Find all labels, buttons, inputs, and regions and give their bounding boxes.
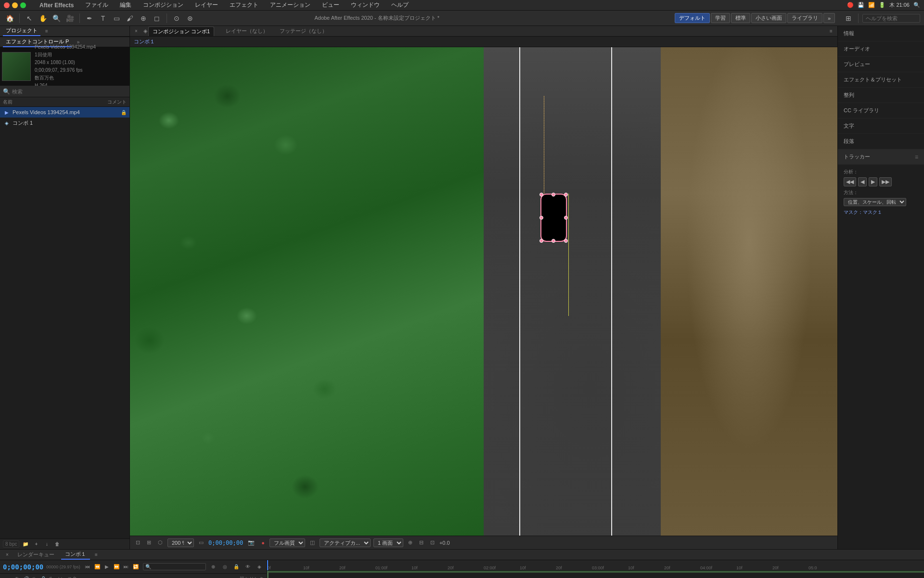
pixel-btn[interactable]: ⊡ [428, 539, 436, 547]
project-search-input[interactable] [12, 89, 127, 94]
display-btn[interactable]: ⊟ [417, 539, 425, 547]
menu-window[interactable]: ウィンドウ [349, 0, 382, 10]
timeline-search-input[interactable] [152, 564, 204, 569]
project-item-comp[interactable]: ◈ コンボ 1 [0, 118, 129, 128]
preset-more[interactable]: » [823, 13, 835, 23]
comp-tab-main[interactable]: コンポジション コンボ1 [148, 26, 214, 36]
menu-file[interactable]: ファイル [83, 0, 110, 10]
preset-standard[interactable]: 標準 [731, 13, 750, 23]
menu-edit[interactable]: 編集 [118, 0, 133, 10]
new-folder-btn[interactable]: 📁 [21, 540, 30, 549]
comp-fit-btn[interactable]: ▭ [197, 539, 205, 547]
info-panel-item[interactable]: 情報 [838, 26, 924, 41]
comp-grid-btn[interactable]: ⊞ [145, 539, 153, 547]
help-search-input[interactable] [862, 14, 920, 23]
tracker-back-btn[interactable]: ◀ [858, 177, 867, 186]
timeline-comp-tab[interactable]: コンボ１ [61, 550, 90, 560]
panel-menu-btn-left[interactable]: ≡ [43, 28, 50, 35]
type-tool[interactable]: T [97, 13, 109, 24]
home-button[interactable]: 🏠 [4, 13, 15, 24]
effects-presets-item[interactable]: エフェクト＆プリセット [838, 72, 924, 88]
new-layer-btn[interactable]: ⊕ [209, 563, 218, 571]
preset-library[interactable]: ライブラリ [787, 13, 822, 23]
record-btn[interactable]: ● [259, 539, 267, 547]
tracker-panel-item[interactable]: トラッカー ≡ [838, 149, 924, 165]
eraser-tool[interactable]: ◻ [151, 13, 163, 24]
comp-panel-menu[interactable]: ≡ [828, 28, 834, 35]
region-btn[interactable]: ⊕ [406, 539, 414, 547]
snap-btn[interactable]: 📷 [246, 539, 257, 547]
menu-help[interactable]: ヘルプ [389, 0, 411, 10]
clone-tool[interactable]: ⊕ [138, 13, 149, 24]
timeline-close-btn[interactable]: × [4, 552, 11, 558]
shape-tool[interactable]: ▭ [111, 13, 122, 24]
play-btn[interactable]: ▶ [103, 563, 111, 571]
skip-end-btn[interactable]: ⏭ [122, 563, 130, 571]
delete-item-btn[interactable]: 🗑 [53, 540, 62, 549]
comp-panel-close[interactable]: × [133, 28, 140, 35]
shy-btn[interactable]: 👁 [244, 563, 252, 571]
comp-view-select[interactable]: アクティブカ... [320, 539, 371, 547]
pen-tool[interactable]: ✒ [84, 13, 95, 24]
skip-start-btn[interactable]: ⏮ [83, 563, 92, 571]
render-queue-tab[interactable]: レンダーキュー [13, 550, 58, 559]
tracker-method-select[interactable]: 位置、スケール、回転 [844, 198, 906, 206]
comp-quality-select[interactable]: フル画質 [270, 539, 305, 547]
comp-zoom-select[interactable]: 200 % [167, 539, 194, 547]
mask-handle-tl[interactable] [539, 193, 543, 197]
tracker-fwd-btn[interactable]: ▶ [869, 177, 877, 186]
tracker-prev-btn[interactable]: ◀◀ [844, 177, 856, 186]
current-time-display[interactable]: 0;00;00;00 [3, 563, 43, 571]
menu-view[interactable]: ビュー [320, 0, 341, 10]
close-button[interactable] [4, 2, 10, 8]
menu-layer[interactable]: レイヤー [193, 0, 220, 10]
menu-animation[interactable]: アニメーション [268, 0, 312, 10]
hand-tool[interactable]: ✋ [37, 13, 49, 24]
project-item-video[interactable]: ▶ Pexels Videos 1394254.mp4 🔒 [0, 107, 129, 118]
new-comp-btn[interactable]: + [32, 540, 40, 549]
mask-handle-top[interactable] [552, 193, 555, 197]
mask-handle-left[interactable] [539, 216, 543, 220]
tracker-fwd-all-btn[interactable]: ▶▶ [879, 177, 892, 186]
breadcrumb-comp[interactable]: コンボ１ [134, 38, 155, 45]
minimize-button[interactable] [12, 2, 18, 8]
mask-handle-tr[interactable] [564, 193, 568, 197]
selection-tool[interactable]: ↖ [24, 13, 35, 24]
preset-small-screen[interactable]: 小さい画面 [751, 13, 786, 23]
step-back-btn[interactable]: ⏪ [93, 563, 102, 571]
camera-tool[interactable]: 🎥 [64, 13, 76, 24]
brush-tool[interactable]: 🖌 [124, 13, 136, 24]
zoom-tool[interactable]: 🔍 [51, 13, 62, 24]
mask-handle-br[interactable] [564, 239, 568, 243]
timeline-panel-menu[interactable]: ≡ [93, 552, 100, 558]
comp-reset-btn[interactable]: ⊡ [134, 539, 142, 547]
preview-panel-item[interactable]: プレビュー [838, 57, 924, 72]
import-btn[interactable]: ↓ [42, 540, 51, 549]
menu-effect[interactable]: エフェクト [228, 0, 260, 10]
character-panel-item[interactable]: 文字 [838, 118, 924, 134]
grid-view-btn[interactable]: ⊞ [843, 13, 854, 24]
lock-btn[interactable]: 🔒 [232, 563, 241, 571]
preset-learning[interactable]: 学習 [711, 13, 730, 23]
timeline-playhead[interactable] [267, 560, 268, 570]
menu-composition[interactable]: コンポジション [141, 0, 185, 10]
alpha-btn[interactable]: ◫ [308, 539, 317, 547]
cc-library-item[interactable]: CC ライブラリ [838, 103, 924, 118]
comp-mask-btn[interactable]: ⬡ [156, 539, 165, 547]
quality-btn[interactable]: ◈ [255, 563, 264, 571]
roto-tool[interactable]: ⊙ [171, 13, 182, 24]
step-fwd-btn[interactable]: ⏩ [112, 563, 121, 571]
solo-btn[interactable]: ◎ [220, 563, 229, 571]
audio-panel-item[interactable]: オーディオ [838, 41, 924, 57]
mask-handle-bot[interactable] [552, 239, 555, 243]
comp-layout-select[interactable]: 1 画面 [373, 539, 403, 547]
preset-default[interactable]: デフォルト [675, 13, 710, 23]
tracker-menu-btn[interactable]: ≡ [915, 154, 918, 160]
mask-handle-bl[interactable] [539, 239, 543, 243]
paragraph-panel-item[interactable]: 段落 [838, 134, 924, 149]
puppet-tool[interactable]: ⊛ [184, 13, 196, 24]
tab-project[interactable]: プロジェクト [3, 26, 40, 36]
maximize-button[interactable] [20, 2, 26, 8]
loop-btn[interactable]: 🔁 [131, 563, 140, 571]
align-panel-item[interactable]: 整列 [838, 88, 924, 103]
